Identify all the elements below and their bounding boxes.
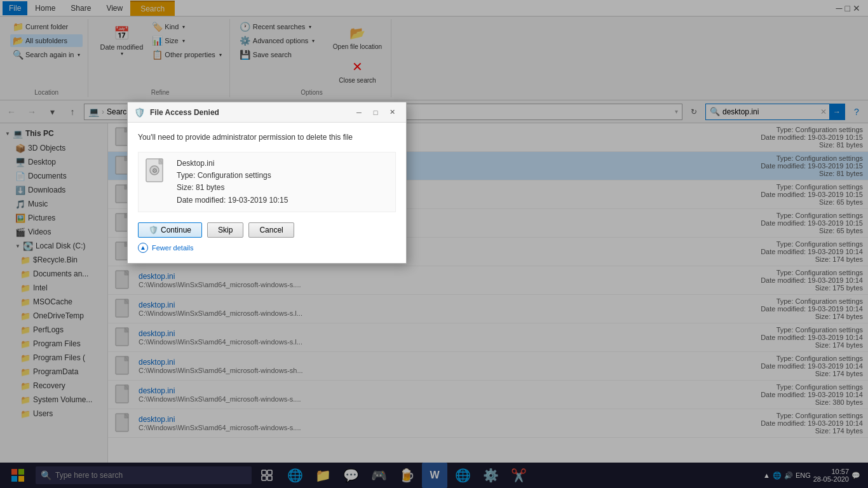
dialog-body: You'll need to provide administrator per… [128,123,406,263]
dialog-title: File Access Denied [150,108,346,117]
file-access-denied-dialog: 🛡️ File Access Denied ─ □ ✕ You'll need … [127,102,407,264]
dialog-warning-icon: 🛡️ [134,107,145,118]
skip-button[interactable]: Skip [207,222,243,238]
svg-text:⚙: ⚙ [152,167,158,174]
dialog-message: You'll need to provide administrator per… [138,133,396,142]
cancel-button[interactable]: Cancel [248,222,294,238]
file-size-detail: Size: 81 bytes [177,182,288,194]
shield-btn-icon: 🛡️ [149,226,158,234]
dialog-minimize-btn[interactable]: ─ [351,106,367,119]
circle-icon: ▲ [138,243,148,253]
file-type-detail: Type: Configuration settings [177,170,288,182]
fewer-details-btn[interactable]: ▲ Fewer details [138,243,396,253]
dialog-file-details: Desktop.ini Type: Configuration settings… [177,158,288,207]
file-name-detail: Desktop.ini [177,158,288,170]
continue-button[interactable]: 🛡️ Continue [138,222,202,238]
dialog-close-btn[interactable]: ✕ [384,106,400,119]
file-date-detail: Date modified: 19-03-2019 10:15 [177,194,288,207]
dialog-file-icon: ⚙ [144,158,169,183]
dialog-maximize-btn[interactable]: □ [368,106,383,119]
dialog-controls: ─ □ ✕ [351,106,400,119]
dialog-title-bar: 🛡️ File Access Denied ─ □ ✕ [128,102,406,123]
dialog-file-info: ⚙ Desktop.ini Type: Configuration settin… [138,152,396,212]
dialog-overlay: 🛡️ File Access Denied ─ □ ✕ You'll need … [0,0,868,488]
dialog-buttons: 🛡️ Continue Skip Cancel [138,222,396,238]
